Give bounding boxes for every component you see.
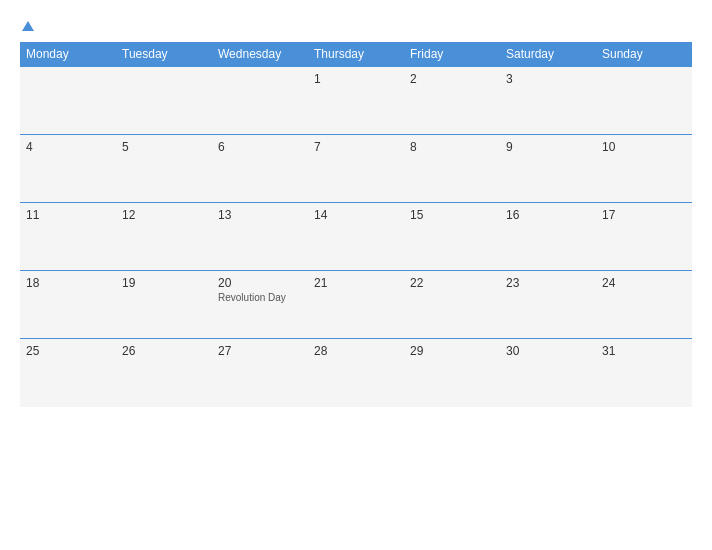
day-number: 27 [218, 344, 302, 358]
day-number: 3 [506, 72, 590, 86]
day-number: 31 [602, 344, 686, 358]
day-of-week-header: Friday [404, 42, 500, 67]
calendar-cell [596, 67, 692, 135]
day-of-week-header: Sunday [596, 42, 692, 67]
calendar-week-row: 25262728293031 [20, 339, 692, 407]
day-number: 17 [602, 208, 686, 222]
day-number: 26 [122, 344, 206, 358]
day-number: 13 [218, 208, 302, 222]
calendar-cell: 2 [404, 67, 500, 135]
day-number: 11 [26, 208, 110, 222]
calendar-week-row: 181920Revolution Day21222324 [20, 271, 692, 339]
calendar-cell: 10 [596, 135, 692, 203]
calendar-cell: 6 [212, 135, 308, 203]
calendar-cell: 22 [404, 271, 500, 339]
calendar-cell [116, 67, 212, 135]
day-number: 8 [410, 140, 494, 154]
day-number: 24 [602, 276, 686, 290]
calendar-cell: 27 [212, 339, 308, 407]
day-number: 18 [26, 276, 110, 290]
holiday-name: Revolution Day [218, 292, 302, 303]
day-number: 30 [506, 344, 590, 358]
day-number: 7 [314, 140, 398, 154]
day-of-week-header: Monday [20, 42, 116, 67]
calendar-cell: 24 [596, 271, 692, 339]
calendar-cell: 1 [308, 67, 404, 135]
calendar-cell: 23 [500, 271, 596, 339]
calendar-header [20, 18, 692, 32]
calendar-cell: 4 [20, 135, 116, 203]
calendar-cell: 29 [404, 339, 500, 407]
calendar-page: MondayTuesdayWednesdayThursdayFridaySatu… [0, 0, 712, 550]
calendar-cell: 17 [596, 203, 692, 271]
calendar-week-row: 11121314151617 [20, 203, 692, 271]
calendar-cell: 14 [308, 203, 404, 271]
calendar-cell: 13 [212, 203, 308, 271]
logo-triangle-icon [22, 21, 34, 31]
calendar-cell: 3 [500, 67, 596, 135]
day-of-week-header: Wednesday [212, 42, 308, 67]
day-number: 12 [122, 208, 206, 222]
calendar-table: MondayTuesdayWednesdayThursdayFridaySatu… [20, 42, 692, 407]
calendar-cell: 21 [308, 271, 404, 339]
day-of-week-header: Tuesday [116, 42, 212, 67]
day-number: 29 [410, 344, 494, 358]
logo [20, 18, 34, 32]
calendar-week-row: 45678910 [20, 135, 692, 203]
calendar-cell: 25 [20, 339, 116, 407]
calendar-cell: 11 [20, 203, 116, 271]
calendar-cell: 15 [404, 203, 500, 271]
calendar-cell: 8 [404, 135, 500, 203]
day-number: 21 [314, 276, 398, 290]
day-number: 9 [506, 140, 590, 154]
day-number: 25 [26, 344, 110, 358]
day-number: 1 [314, 72, 398, 86]
day-of-week-header: Thursday [308, 42, 404, 67]
day-number: 20 [218, 276, 302, 290]
day-number: 5 [122, 140, 206, 154]
calendar-cell [212, 67, 308, 135]
day-number: 14 [314, 208, 398, 222]
day-number: 6 [218, 140, 302, 154]
calendar-cell: 18 [20, 271, 116, 339]
day-number: 10 [602, 140, 686, 154]
calendar-cell: 19 [116, 271, 212, 339]
day-number: 2 [410, 72, 494, 86]
day-number: 15 [410, 208, 494, 222]
calendar-cell: 31 [596, 339, 692, 407]
day-number: 22 [410, 276, 494, 290]
calendar-cell: 9 [500, 135, 596, 203]
day-of-week-header: Saturday [500, 42, 596, 67]
calendar-cell: 28 [308, 339, 404, 407]
calendar-cell: 12 [116, 203, 212, 271]
calendar-cell: 26 [116, 339, 212, 407]
calendar-cell: 16 [500, 203, 596, 271]
calendar-cell: 30 [500, 339, 596, 407]
day-number: 28 [314, 344, 398, 358]
day-number: 23 [506, 276, 590, 290]
calendar-cell: 20Revolution Day [212, 271, 308, 339]
calendar-header-row: MondayTuesdayWednesdayThursdayFridaySatu… [20, 42, 692, 67]
calendar-cell [20, 67, 116, 135]
day-number: 16 [506, 208, 590, 222]
day-number: 4 [26, 140, 110, 154]
day-number: 19 [122, 276, 206, 290]
calendar-week-row: 123 [20, 67, 692, 135]
calendar-cell: 7 [308, 135, 404, 203]
calendar-cell: 5 [116, 135, 212, 203]
